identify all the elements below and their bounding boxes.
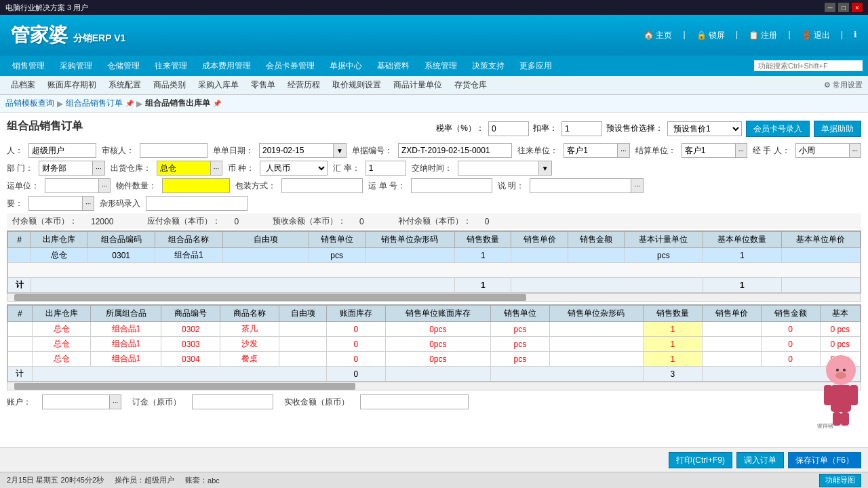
partner-input[interactable]	[564, 143, 618, 158]
cell-free[interactable]	[222, 248, 309, 263]
discount-input[interactable]	[561, 121, 602, 136]
shipping-no-input[interactable]	[411, 178, 492, 193]
save-btn[interactable]: 保存订单（F6）	[788, 452, 861, 468]
register-link[interactable]: 📋 注册	[749, 30, 777, 41]
func-map-btn[interactable]: 功能导图	[819, 474, 861, 487]
sec-price-rule[interactable]: 取价规则设置	[327, 77, 387, 93]
packing-input[interactable]	[281, 178, 363, 193]
remarks-btn[interactable]: ···	[631, 178, 643, 193]
sub-total-row: 计 0 3	[8, 367, 861, 382]
sec-purchase-in[interactable]: 采购入库单	[193, 77, 244, 93]
sec-products[interactable]: 品档案	[5, 77, 41, 93]
nav-sales[interactable]: 销售管理	[5, 58, 52, 75]
exit-link[interactable]: 🚪 退出	[802, 30, 830, 41]
sec-history[interactable]: 经营历程	[282, 77, 326, 93]
settings-link[interactable]: ⚙ 常用设置	[824, 80, 863, 90]
breadcrumb-item-2[interactable]: 组合品销售订单	[66, 98, 123, 109]
nav-warehouse[interactable]: 仓储管理	[100, 58, 146, 75]
shipping-unit-btn[interactable]: ···	[99, 178, 111, 193]
nav-cost[interactable]: 成本费用管理	[195, 58, 258, 75]
tax-area: 税率（%）： 扣率： 预设售价选择： 预设售价1 预设售价2 会员卡号录入 单据…	[436, 121, 861, 137]
sec-measure[interactable]: 商品计量单位	[388, 77, 448, 93]
nav-orders[interactable]: 单据中心	[323, 58, 369, 75]
nav-basic[interactable]: 基础资料	[370, 58, 416, 75]
account-btn[interactable]: ···	[110, 394, 121, 409]
reviewer-input[interactable]	[140, 143, 208, 158]
scan-input[interactable]	[146, 196, 248, 211]
main-table-wrap: # 出库仓库 组合品编码 组合品名称 自由项 销售单位 销售单位杂形码 销售数量…	[7, 230, 861, 293]
member-card-btn[interactable]: 会员卡号录入	[746, 121, 810, 137]
order-amount-input[interactable]	[192, 394, 273, 409]
close-btn[interactable]: ×	[852, 3, 863, 12]
exchange-rate-input[interactable]	[366, 161, 406, 176]
dept-btn[interactable]: ···	[93, 161, 104, 176]
maximize-btn[interactable]: □	[838, 3, 849, 12]
single-help-btn[interactable]: 单据助助	[814, 121, 861, 137]
import-btn[interactable]: 调入订单	[736, 452, 784, 468]
item-count-input[interactable]	[162, 178, 230, 193]
sub-table-scrollbar[interactable]	[7, 382, 861, 390]
nav-purchase[interactable]: 采购管理	[53, 58, 99, 75]
print-btn[interactable]: 打印(Ctrl+F9)	[669, 452, 732, 468]
currency-select[interactable]: 人民币	[260, 161, 328, 176]
remarks-input[interactable]	[530, 178, 631, 193]
warehouse-input[interactable]	[157, 161, 211, 176]
main-th-base-unit: 基本计量单位	[624, 232, 703, 248]
sub-cell-barcode	[549, 352, 643, 367]
sec-category[interactable]: 商品类别	[148, 77, 191, 93]
nav-partners[interactable]: 往来管理	[148, 58, 194, 75]
date-input[interactable]	[259, 143, 334, 158]
sec-config[interactable]: 系统配置	[103, 77, 146, 93]
sec-retail[interactable]: 零售单	[245, 77, 281, 93]
tax-rate-input[interactable]	[488, 121, 529, 136]
svg-rect-6	[831, 385, 851, 412]
scan-label: 杂形码录入	[100, 198, 140, 209]
info-link[interactable]: ℹ	[854, 30, 857, 41]
sub-cell-barcode	[549, 337, 643, 352]
actual-amount-input[interactable]	[360, 394, 469, 409]
person-input[interactable]	[28, 143, 96, 158]
handler-input[interactable]	[795, 143, 850, 158]
main-table-scrollbar[interactable]	[7, 293, 861, 302]
handler-btn[interactable]: ···	[850, 143, 861, 158]
nav-decision[interactable]: 决策支持	[465, 58, 511, 75]
home-link[interactable]: 🏠 主页	[644, 30, 672, 41]
sub-table-row[interactable]: 总仓 组合品1 0302 茶几 0 0pcs pcs 1 0 0 pcs	[8, 322, 861, 337]
title-bar-controls[interactable]: ─ □ ×	[825, 3, 863, 12]
nav-search-input[interactable]	[754, 60, 863, 71]
doc-no-input[interactable]	[398, 143, 512, 158]
svg-rect-7	[824, 385, 832, 405]
sub-th-stock: 账面库存	[326, 306, 385, 322]
required-input[interactable]	[28, 196, 83, 211]
nav-member[interactable]: 会员卡券管理	[259, 58, 321, 75]
sec-stock-wh[interactable]: 存货仓库	[449, 77, 492, 93]
sub-scrollbar-thumb	[14, 383, 355, 390]
settlement-btn[interactable]: ···	[736, 143, 747, 158]
date-picker-btn[interactable]: ▼	[334, 143, 347, 158]
minimize-btn[interactable]: ─	[825, 3, 835, 12]
shipping-unit-input[interactable]	[45, 178, 99, 193]
sec-stock-initial[interactable]: 账面库存期初	[42, 77, 102, 93]
lock-link[interactable]: 🔒 锁屏	[696, 30, 725, 41]
dept-input[interactable]	[39, 161, 93, 176]
sub-th-unit: 销售单位	[490, 306, 549, 322]
payable-value: 12000	[91, 217, 113, 226]
account-input[interactable]	[42, 394, 110, 409]
required-btn[interactable]: ···	[83, 196, 94, 211]
trans-time-btn[interactable]: ▼	[539, 161, 552, 176]
sub-table-row[interactable]: 总仓 组合品1 0304 餐桌 0 0pcs pcs 1 0 0 pcs	[8, 352, 861, 367]
sub-table-row[interactable]: 总仓 组合品1 0303 沙发 0 0pcs pcs 1 0 0 pcs	[8, 337, 861, 352]
table-row[interactable]	[8, 263, 861, 278]
warehouse-btn[interactable]: ···	[211, 161, 222, 176]
settlement-input[interactable]	[682, 143, 736, 158]
sub-th-wh: 出库仓库	[32, 306, 91, 322]
table-row[interactable]: 总仓 0301 组合品1 pcs 1 pcs 1	[8, 248, 861, 263]
nav-system[interactable]: 系统管理	[418, 58, 464, 75]
cell-amount	[568, 248, 624, 263]
partner-btn[interactable]: ···	[618, 143, 629, 158]
trans-time-input[interactable]	[458, 161, 539, 176]
breadcrumb-item-1[interactable]: 品销模板查询	[5, 98, 54, 109]
nav-more[interactable]: 更多应用	[513, 58, 559, 75]
price-select[interactable]: 预设售价1 预设售价2	[667, 121, 742, 136]
sub-cell-amount: 0	[761, 352, 820, 367]
